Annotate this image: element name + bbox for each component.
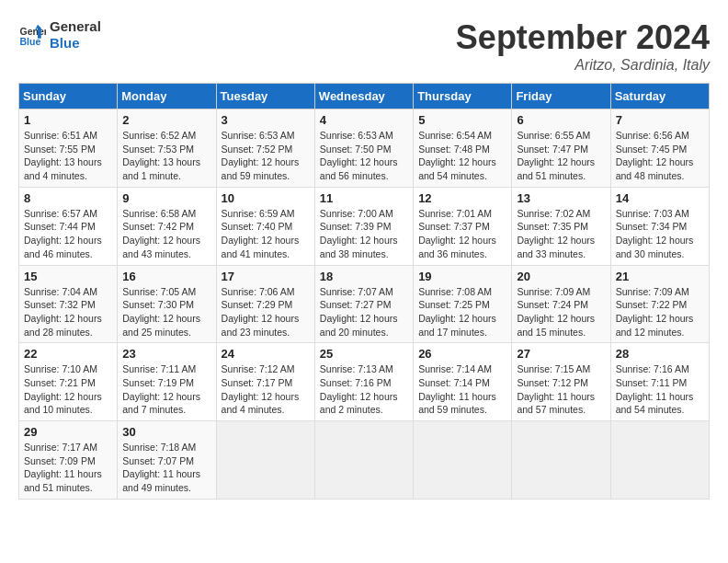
day-number: 9	[122, 191, 210, 205]
page-header: General Blue General Blue September 2024…	[18, 18, 710, 74]
calendar-day-cell: 1Sunrise: 6:51 AM Sunset: 7:55 PM Daylig…	[19, 109, 118, 188]
day-detail: Sunrise: 7:04 AM Sunset: 7:32 PM Dayligh…	[24, 285, 112, 339]
day-detail: Sunrise: 7:03 AM Sunset: 7:34 PM Dayligh…	[616, 207, 704, 261]
day-number: 24	[222, 347, 310, 361]
day-number: 16	[122, 270, 210, 283]
calendar-day-cell	[610, 421, 709, 500]
day-detail: Sunrise: 7:18 AM Sunset: 7:07 PM Dayligh…	[122, 441, 210, 495]
calendar-week-row: 22Sunrise: 7:10 AM Sunset: 7:21 PM Dayli…	[19, 343, 710, 421]
calendar-table: SundayMondayTuesdayWednesdayThursdayFrid…	[18, 83, 710, 500]
day-detail: Sunrise: 7:15 AM Sunset: 7:12 PM Dayligh…	[517, 362, 605, 417]
day-number: 1	[24, 113, 112, 127]
calendar-day-cell: 9Sunrise: 6:58 AM Sunset: 7:42 PM Daylig…	[118, 187, 216, 265]
calendar-week-row: 8Sunrise: 6:57 AM Sunset: 7:44 PM Daylig…	[19, 187, 710, 265]
day-number: 29	[24, 425, 112, 439]
calendar-header-wednesday: Wednesday	[314, 84, 413, 109]
calendar-body: 1Sunrise: 6:51 AM Sunset: 7:55 PM Daylig…	[19, 109, 710, 500]
day-detail: Sunrise: 7:05 AM Sunset: 7:30 PM Dayligh…	[122, 285, 210, 339]
calendar-day-cell: 10Sunrise: 6:59 AM Sunset: 7:40 PM Dayli…	[216, 187, 314, 265]
day-number: 18	[320, 270, 408, 283]
day-detail: Sunrise: 6:51 AM Sunset: 7:55 PM Dayligh…	[24, 129, 112, 183]
day-detail: Sunrise: 6:59 AM Sunset: 7:40 PM Dayligh…	[222, 207, 310, 261]
calendar-week-row: 1Sunrise: 6:51 AM Sunset: 7:55 PM Daylig…	[19, 109, 710, 188]
day-number: 5	[418, 113, 506, 127]
calendar-day-cell: 3Sunrise: 6:53 AM Sunset: 7:52 PM Daylig…	[216, 109, 314, 188]
day-detail: Sunrise: 6:58 AM Sunset: 7:42 PM Dayligh…	[122, 207, 210, 261]
day-number: 7	[616, 113, 704, 127]
day-number: 22	[24, 347, 112, 361]
day-number: 28	[616, 347, 704, 361]
day-number: 6	[517, 113, 605, 127]
day-detail: Sunrise: 7:16 AM Sunset: 7:11 PM Dayligh…	[616, 362, 704, 417]
day-detail: Sunrise: 7:01 AM Sunset: 7:37 PM Dayligh…	[418, 207, 506, 261]
day-number: 4	[320, 113, 408, 127]
calendar-day-cell	[216, 421, 314, 500]
calendar-day-cell: 16Sunrise: 7:05 AM Sunset: 7:30 PM Dayli…	[118, 265, 216, 343]
svg-text:Blue: Blue	[20, 36, 41, 47]
calendar-day-cell	[512, 421, 610, 500]
month-title: September 2024	[456, 18, 710, 57]
calendar-day-cell: 30Sunrise: 7:18 AM Sunset: 7:07 PM Dayli…	[118, 421, 216, 500]
day-number: 3	[222, 113, 310, 127]
day-number: 20	[517, 270, 605, 283]
day-detail: Sunrise: 7:00 AM Sunset: 7:39 PM Dayligh…	[320, 207, 408, 261]
calendar-day-cell	[414, 421, 512, 500]
calendar-week-row: 15Sunrise: 7:04 AM Sunset: 7:32 PM Dayli…	[19, 265, 710, 343]
calendar-day-cell: 22Sunrise: 7:10 AM Sunset: 7:21 PM Dayli…	[19, 343, 118, 421]
day-detail: Sunrise: 7:14 AM Sunset: 7:14 PM Dayligh…	[418, 362, 506, 417]
calendar-day-cell: 5Sunrise: 6:54 AM Sunset: 7:48 PM Daylig…	[414, 109, 512, 188]
calendar-day-cell: 15Sunrise: 7:04 AM Sunset: 7:32 PM Dayli…	[19, 265, 118, 343]
day-detail: Sunrise: 6:53 AM Sunset: 7:52 PM Dayligh…	[222, 129, 310, 183]
day-number: 13	[517, 191, 605, 205]
calendar-day-cell: 26Sunrise: 7:14 AM Sunset: 7:14 PM Dayli…	[414, 343, 512, 421]
title-block: September 2024 Aritzo, Sardinia, Italy	[456, 18, 710, 74]
calendar-day-cell: 20Sunrise: 7:09 AM Sunset: 7:24 PM Dayli…	[512, 265, 610, 343]
calendar-header-monday: Monday	[118, 84, 216, 109]
day-number: 25	[320, 347, 408, 361]
day-number: 30	[122, 425, 210, 439]
location: Aritzo, Sardinia, Italy	[456, 57, 710, 74]
calendar-header-sunday: Sunday	[19, 84, 118, 109]
day-detail: Sunrise: 7:08 AM Sunset: 7:25 PM Dayligh…	[418, 285, 506, 339]
calendar-week-row: 29Sunrise: 7:17 AM Sunset: 7:09 PM Dayli…	[19, 421, 710, 500]
day-number: 14	[616, 191, 704, 205]
day-number: 23	[122, 347, 210, 361]
calendar-day-cell: 27Sunrise: 7:15 AM Sunset: 7:12 PM Dayli…	[512, 343, 610, 421]
day-detail: Sunrise: 6:52 AM Sunset: 7:53 PM Dayligh…	[122, 129, 210, 183]
calendar-day-cell: 2Sunrise: 6:52 AM Sunset: 7:53 PM Daylig…	[118, 109, 216, 188]
day-number: 21	[616, 270, 704, 283]
calendar-header-thursday: Thursday	[414, 84, 512, 109]
calendar-day-cell: 11Sunrise: 7:00 AM Sunset: 7:39 PM Dayli…	[314, 187, 413, 265]
day-detail: Sunrise: 6:53 AM Sunset: 7:50 PM Dayligh…	[320, 129, 408, 183]
calendar-day-cell: 14Sunrise: 7:03 AM Sunset: 7:34 PM Dayli…	[610, 187, 709, 265]
calendar-day-cell: 12Sunrise: 7:01 AM Sunset: 7:37 PM Dayli…	[414, 187, 512, 265]
day-detail: Sunrise: 7:09 AM Sunset: 7:22 PM Dayligh…	[616, 285, 704, 339]
calendar-day-cell: 19Sunrise: 7:08 AM Sunset: 7:25 PM Dayli…	[414, 265, 512, 343]
day-number: 17	[222, 270, 310, 283]
day-detail: Sunrise: 7:02 AM Sunset: 7:35 PM Dayligh…	[517, 207, 605, 261]
day-number: 11	[320, 191, 408, 205]
day-number: 27	[517, 347, 605, 361]
calendar-day-cell: 24Sunrise: 7:12 AM Sunset: 7:17 PM Dayli…	[216, 343, 314, 421]
day-detail: Sunrise: 7:07 AM Sunset: 7:27 PM Dayligh…	[320, 285, 408, 339]
day-detail: Sunrise: 6:56 AM Sunset: 7:45 PM Dayligh…	[616, 129, 704, 183]
day-number: 12	[418, 191, 506, 205]
logo: General Blue General Blue	[18, 18, 101, 52]
calendar-day-cell: 8Sunrise: 6:57 AM Sunset: 7:44 PM Daylig…	[19, 187, 118, 265]
calendar-header-friday: Friday	[512, 84, 610, 109]
day-detail: Sunrise: 7:09 AM Sunset: 7:24 PM Dayligh…	[517, 285, 605, 339]
day-number: 15	[24, 270, 112, 283]
logo-icon: General Blue	[18, 21, 46, 49]
calendar-header-row: SundayMondayTuesdayWednesdayThursdayFrid…	[19, 84, 710, 109]
calendar-header-tuesday: Tuesday	[216, 84, 314, 109]
day-detail: Sunrise: 7:13 AM Sunset: 7:16 PM Dayligh…	[320, 362, 408, 417]
calendar-day-cell: 17Sunrise: 7:06 AM Sunset: 7:29 PM Dayli…	[216, 265, 314, 343]
day-number: 2	[122, 113, 210, 127]
day-detail: Sunrise: 7:11 AM Sunset: 7:19 PM Dayligh…	[122, 362, 210, 417]
day-number: 10	[222, 191, 310, 205]
calendar-day-cell: 25Sunrise: 7:13 AM Sunset: 7:16 PM Dayli…	[314, 343, 413, 421]
calendar-day-cell: 4Sunrise: 6:53 AM Sunset: 7:50 PM Daylig…	[314, 109, 413, 188]
day-detail: Sunrise: 7:17 AM Sunset: 7:09 PM Dayligh…	[24, 441, 112, 495]
calendar-day-cell: 7Sunrise: 6:56 AM Sunset: 7:45 PM Daylig…	[610, 109, 709, 188]
calendar-day-cell: 29Sunrise: 7:17 AM Sunset: 7:09 PM Dayli…	[19, 421, 118, 500]
